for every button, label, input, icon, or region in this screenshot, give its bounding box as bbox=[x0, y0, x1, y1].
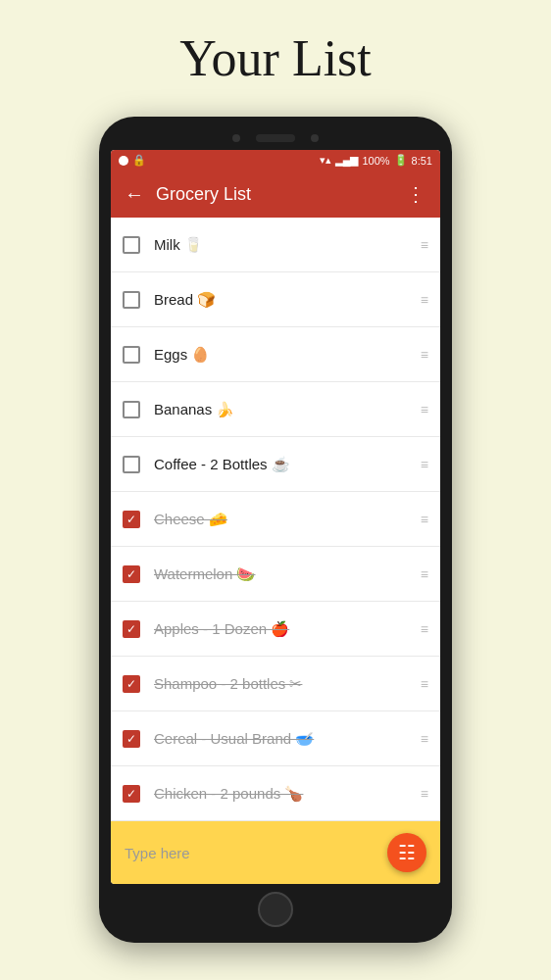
list-item[interactable]: Watermelon 🍉≡ bbox=[111, 547, 440, 602]
item-label: Cheese 🧀 bbox=[154, 511, 413, 528]
checkbox[interactable] bbox=[123, 565, 140, 583]
checkbox[interactable] bbox=[123, 785, 140, 803]
list-item[interactable]: Cheese 🧀≡ bbox=[111, 492, 440, 547]
status-right: ▾▴ ▂▄▆ 100% 🔋 8:51 bbox=[320, 154, 432, 167]
list-item[interactable]: Eggs 🥚≡ bbox=[111, 327, 440, 382]
checkbox[interactable] bbox=[123, 511, 140, 528]
item-label: Milk 🥛 bbox=[154, 236, 413, 254]
app-toolbar: ← Grocery List ⋮ bbox=[111, 171, 440, 218]
phone-screen: 🔒 ▾▴ ▂▄▆ 100% 🔋 8:51 ← Grocery List ⋮ Mi… bbox=[111, 150, 440, 884]
phone-top-bar bbox=[111, 128, 440, 150]
drag-handle[interactable]: ≡ bbox=[421, 237, 428, 253]
drag-handle[interactable]: ≡ bbox=[421, 457, 428, 472]
input-placeholder[interactable]: Type here bbox=[125, 845, 190, 861]
drag-handle[interactable]: ≡ bbox=[421, 621, 428, 637]
item-label: Coffee - 2 Bottles ☕ bbox=[154, 456, 413, 473]
list-item[interactable]: Shampoo - 2 bottles ✂≡ bbox=[111, 657, 440, 711]
menu-button[interactable]: ⋮ bbox=[406, 182, 426, 206]
item-label: Apples - 1 Dozen 🍎 bbox=[154, 620, 413, 638]
home-button[interactable] bbox=[258, 892, 293, 927]
list-item[interactable]: Milk 🥛≡ bbox=[111, 218, 440, 272]
camera-dot bbox=[232, 134, 240, 142]
list-item[interactable]: Bananas 🍌≡ bbox=[111, 382, 440, 437]
speaker-hole bbox=[256, 134, 295, 142]
drag-handle[interactable]: ≡ bbox=[421, 347, 428, 363]
fab-button[interactable]: ☷ bbox=[387, 833, 426, 872]
battery-level: 100% bbox=[362, 155, 389, 167]
toolbar-title: Grocery List bbox=[156, 184, 394, 205]
drag-handle[interactable]: ≡ bbox=[421, 292, 428, 308]
phone-bottom-bar bbox=[111, 884, 440, 931]
item-label: Cereal - Usual Brand 🥣 bbox=[154, 730, 413, 748]
list-item[interactable]: Apples - 1 Dozen 🍎≡ bbox=[111, 602, 440, 657]
record-icon bbox=[119, 156, 128, 166]
status-bar: 🔒 ▾▴ ▂▄▆ 100% 🔋 8:51 bbox=[111, 150, 440, 171]
grocery-list: Milk 🥛≡Bread 🍞≡Eggs 🥚≡Bananas 🍌≡Coffee -… bbox=[111, 218, 440, 821]
drag-handle[interactable]: ≡ bbox=[421, 786, 428, 802]
checkbox[interactable] bbox=[123, 236, 140, 254]
back-button[interactable]: ← bbox=[125, 183, 144, 206]
phone-frame: 🔒 ▾▴ ▂▄▆ 100% 🔋 8:51 ← Grocery List ⋮ Mi… bbox=[99, 117, 452, 943]
wifi-icon: ▾▴ bbox=[320, 154, 331, 167]
checkbox[interactable] bbox=[123, 346, 140, 364]
item-label: Bread 🍞 bbox=[154, 291, 413, 309]
drag-handle[interactable]: ≡ bbox=[421, 566, 428, 582]
fab-icon: ☷ bbox=[398, 841, 416, 864]
item-label: Bananas 🍌 bbox=[154, 401, 413, 418]
checkbox[interactable] bbox=[123, 675, 140, 693]
drag-handle[interactable]: ≡ bbox=[421, 676, 428, 692]
checkbox[interactable] bbox=[123, 401, 140, 418]
list-item[interactable]: Bread 🍞≡ bbox=[111, 272, 440, 327]
list-item[interactable]: Chicken - 2 pounds 🍗≡ bbox=[111, 766, 440, 821]
item-label: Watermelon 🍉 bbox=[154, 565, 413, 583]
checkbox[interactable] bbox=[123, 456, 140, 473]
clock: 8:51 bbox=[412, 155, 432, 167]
battery-icon: 🔋 bbox=[394, 154, 408, 167]
list-item[interactable]: Cereal - Usual Brand 🥣≡ bbox=[111, 711, 440, 766]
signal-icon: ▂▄▆ bbox=[335, 154, 359, 167]
drag-handle[interactable]: ≡ bbox=[421, 731, 428, 747]
drag-handle[interactable]: ≡ bbox=[421, 402, 428, 417]
status-left: 🔒 bbox=[119, 154, 146, 167]
drag-handle[interactable]: ≡ bbox=[421, 512, 428, 527]
item-label: Shampoo - 2 bottles ✂ bbox=[154, 675, 413, 693]
checkbox[interactable] bbox=[123, 291, 140, 309]
checkbox[interactable] bbox=[123, 730, 140, 748]
lock-icon: 🔒 bbox=[132, 154, 146, 167]
checkbox[interactable] bbox=[123, 620, 140, 638]
list-item[interactable]: Coffee - 2 Bottles ☕≡ bbox=[111, 437, 440, 492]
page-title: Your List bbox=[179, 29, 372, 87]
item-label: Eggs 🥚 bbox=[154, 346, 413, 364]
sensor-dot bbox=[311, 134, 319, 142]
bottom-input-bar: Type here ☷ bbox=[111, 821, 440, 884]
item-label: Chicken - 2 pounds 🍗 bbox=[154, 785, 413, 803]
